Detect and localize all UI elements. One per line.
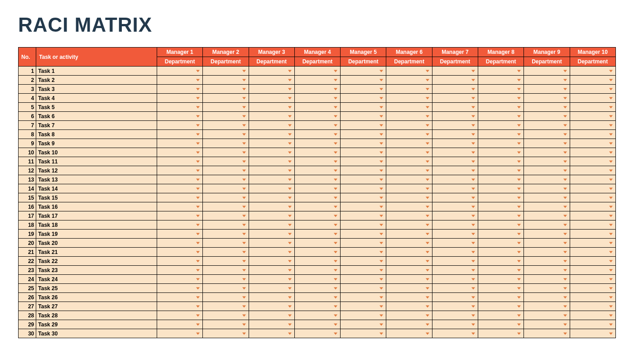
raci-dropdown-cell[interactable] [386,239,432,248]
raci-dropdown-cell[interactable] [570,130,615,139]
raci-dropdown-cell[interactable] [249,220,294,230]
task-name-cell[interactable]: Task 20 [36,239,157,248]
raci-dropdown-cell[interactable] [294,193,340,202]
raci-dropdown-cell[interactable] [249,175,294,184]
raci-dropdown-cell[interactable] [524,211,570,220]
raci-dropdown-cell[interactable] [432,193,478,202]
raci-dropdown-cell[interactable] [203,166,249,175]
raci-dropdown-cell[interactable] [478,166,524,175]
raci-dropdown-cell[interactable] [249,157,294,166]
raci-dropdown-cell[interactable] [341,284,386,293]
raci-dropdown-cell[interactable] [249,67,294,76]
raci-dropdown-cell[interactable] [203,85,249,94]
raci-dropdown-cell[interactable] [341,112,386,121]
raci-dropdown-cell[interactable] [157,320,202,329]
raci-dropdown-cell[interactable] [294,302,340,311]
raci-dropdown-cell[interactable] [524,85,570,94]
raci-dropdown-cell[interactable] [341,175,386,184]
raci-dropdown-cell[interactable] [432,130,478,139]
raci-dropdown-cell[interactable] [157,157,202,166]
raci-dropdown-cell[interactable] [478,329,524,338]
raci-dropdown-cell[interactable] [203,302,249,311]
task-name-cell[interactable]: Task 22 [36,257,157,266]
raci-dropdown-cell[interactable] [157,148,202,157]
raci-dropdown-cell[interactable] [157,248,202,257]
raci-dropdown-cell[interactable] [157,202,202,211]
raci-dropdown-cell[interactable] [524,257,570,266]
raci-dropdown-cell[interactable] [386,275,432,284]
raci-dropdown-cell[interactable] [249,266,294,275]
raci-dropdown-cell[interactable] [386,293,432,302]
raci-dropdown-cell[interactable] [203,220,249,230]
raci-dropdown-cell[interactable] [203,257,249,266]
task-name-cell[interactable]: Task 24 [36,275,157,284]
raci-dropdown-cell[interactable] [570,175,615,184]
raci-dropdown-cell[interactable] [570,157,615,166]
raci-dropdown-cell[interactable] [203,139,249,148]
raci-dropdown-cell[interactable] [524,230,570,239]
raci-dropdown-cell[interactable] [249,257,294,266]
task-name-cell[interactable]: Task 26 [36,293,157,302]
raci-dropdown-cell[interactable] [386,230,432,239]
raci-dropdown-cell[interactable] [478,293,524,302]
raci-dropdown-cell[interactable] [432,85,478,94]
raci-dropdown-cell[interactable] [432,103,478,112]
raci-dropdown-cell[interactable] [294,175,340,184]
raci-dropdown-cell[interactable] [386,248,432,257]
raci-dropdown-cell[interactable] [249,184,294,193]
raci-dropdown-cell[interactable] [570,103,615,112]
raci-dropdown-cell[interactable] [203,130,249,139]
raci-dropdown-cell[interactable] [478,121,524,130]
raci-dropdown-cell[interactable] [432,175,478,184]
raci-dropdown-cell[interactable] [432,248,478,257]
raci-dropdown-cell[interactable] [570,112,615,121]
raci-dropdown-cell[interactable] [432,202,478,211]
raci-dropdown-cell[interactable] [386,184,432,193]
raci-dropdown-cell[interactable] [341,94,386,103]
raci-dropdown-cell[interactable] [570,193,615,202]
task-name-cell[interactable]: Task 9 [36,139,157,148]
raci-dropdown-cell[interactable] [386,175,432,184]
raci-dropdown-cell[interactable] [432,275,478,284]
raci-dropdown-cell[interactable] [294,157,340,166]
raci-dropdown-cell[interactable] [157,112,202,121]
raci-dropdown-cell[interactable] [157,302,202,311]
raci-dropdown-cell[interactable] [249,275,294,284]
raci-dropdown-cell[interactable] [432,67,478,76]
raci-dropdown-cell[interactable] [570,266,615,275]
raci-dropdown-cell[interactable] [294,166,340,175]
task-name-cell[interactable]: Task 12 [36,166,157,175]
task-name-cell[interactable]: Task 2 [36,76,157,85]
raci-dropdown-cell[interactable] [249,302,294,311]
raci-dropdown-cell[interactable] [386,94,432,103]
task-name-cell[interactable]: Task 16 [36,202,157,211]
raci-dropdown-cell[interactable] [432,220,478,230]
raci-dropdown-cell[interactable] [386,103,432,112]
raci-dropdown-cell[interactable] [157,139,202,148]
raci-dropdown-cell[interactable] [341,139,386,148]
raci-dropdown-cell[interactable] [294,85,340,94]
raci-dropdown-cell[interactable] [478,266,524,275]
raci-dropdown-cell[interactable] [524,103,570,112]
raci-dropdown-cell[interactable] [157,284,202,293]
raci-dropdown-cell[interactable] [478,211,524,220]
raci-dropdown-cell[interactable] [524,266,570,275]
raci-dropdown-cell[interactable] [203,67,249,76]
raci-dropdown-cell[interactable] [341,130,386,139]
raci-dropdown-cell[interactable] [432,76,478,85]
raci-dropdown-cell[interactable] [203,329,249,338]
raci-dropdown-cell[interactable] [341,202,386,211]
raci-dropdown-cell[interactable] [294,220,340,230]
raci-dropdown-cell[interactable] [386,311,432,320]
raci-dropdown-cell[interactable] [341,257,386,266]
raci-dropdown-cell[interactable] [249,284,294,293]
raci-dropdown-cell[interactable] [570,211,615,220]
raci-dropdown-cell[interactable] [203,311,249,320]
raci-dropdown-cell[interactable] [386,130,432,139]
task-name-cell[interactable]: Task 21 [36,248,157,257]
raci-dropdown-cell[interactable] [203,175,249,184]
raci-dropdown-cell[interactable] [432,302,478,311]
raci-dropdown-cell[interactable] [478,193,524,202]
raci-dropdown-cell[interactable] [203,266,249,275]
raci-dropdown-cell[interactable] [249,248,294,257]
